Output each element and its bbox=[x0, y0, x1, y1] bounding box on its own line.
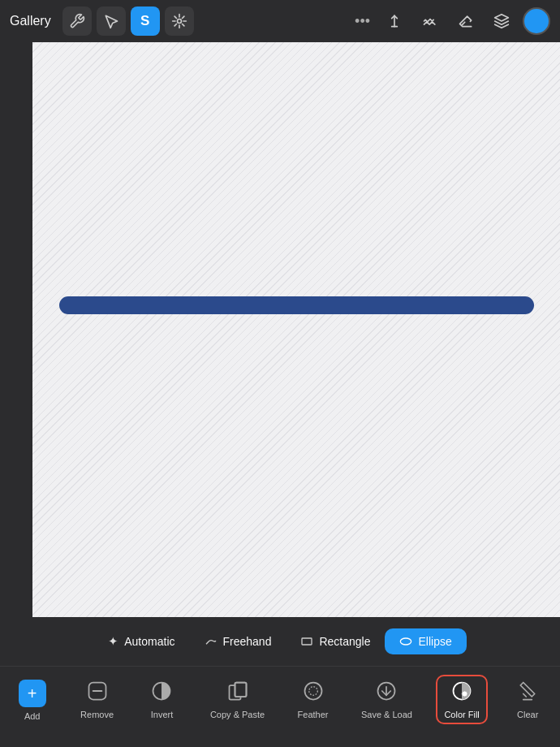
add-icon: + bbox=[19, 680, 46, 707]
feather-svg bbox=[302, 680, 325, 702]
color-fill-button[interactable]: Color Fill bbox=[436, 675, 487, 724]
rectangle-icon bbox=[300, 635, 313, 648]
transform-icon bbox=[171, 13, 187, 29]
canvas-area[interactable] bbox=[32, 42, 560, 617]
invert-button[interactable]: Invert bbox=[137, 675, 186, 724]
toolbar-right: ••• bbox=[351, 6, 550, 36]
cursor-icon bbox=[103, 13, 119, 29]
invert-icon bbox=[150, 680, 173, 706]
copy-paste-button[interactable]: Copy & Paste bbox=[202, 675, 273, 724]
rectangle-sel-button[interactable]: Rectangle bbox=[286, 628, 385, 654]
rectangle-label: Rectangle bbox=[319, 635, 370, 648]
save-load-button[interactable]: Save & Load bbox=[353, 675, 420, 724]
color-fill-label: Color Fill bbox=[444, 710, 479, 719]
clear-icon bbox=[516, 680, 539, 706]
ellipse-icon bbox=[399, 635, 412, 648]
svg-point-18 bbox=[462, 691, 467, 697]
canvas[interactable] bbox=[32, 42, 560, 617]
selection-mode-bar: ✦ Automatic Freehand Rectangle Ellipse bbox=[0, 617, 560, 666]
clear-label: Clear bbox=[517, 710, 538, 719]
cursor-button[interactable] bbox=[97, 6, 126, 36]
svg-rect-5 bbox=[302, 638, 312, 645]
clear-svg bbox=[516, 680, 539, 702]
svg-point-6 bbox=[401, 638, 411, 645]
color-picker[interactable] bbox=[523, 7, 550, 35]
smudge-icon bbox=[422, 13, 438, 29]
color-fill-icon bbox=[450, 680, 473, 706]
pencil-icon bbox=[386, 13, 403, 29]
freehand-sel-button[interactable]: Freehand bbox=[190, 628, 286, 654]
eraser-icon bbox=[458, 13, 474, 29]
left-sidebar bbox=[0, 42, 32, 617]
clear-button[interactable]: Clear bbox=[503, 675, 552, 724]
invert-svg bbox=[150, 680, 173, 702]
save-load-svg bbox=[375, 680, 398, 702]
pencil-button[interactable] bbox=[380, 6, 409, 36]
gallery-button[interactable]: Gallery bbox=[10, 14, 51, 28]
automatic-label: Automatic bbox=[124, 635, 174, 648]
selection-button[interactable]: S bbox=[131, 6, 160, 36]
svg-rect-11 bbox=[235, 683, 246, 697]
remove-svg bbox=[86, 680, 109, 702]
action-bar: + Add Remove Invert bbox=[0, 666, 560, 747]
layers-icon bbox=[493, 13, 510, 29]
freehand-icon bbox=[205, 635, 218, 648]
smudge-button[interactable] bbox=[416, 6, 445, 36]
svg-point-14 bbox=[308, 687, 317, 696]
copy-paste-svg bbox=[226, 680, 249, 702]
color-fill-svg bbox=[450, 680, 473, 702]
copy-paste-icon bbox=[226, 680, 249, 706]
feather-icon bbox=[302, 680, 325, 706]
remove-icon bbox=[86, 680, 109, 706]
remove-button[interactable]: Remove bbox=[72, 675, 122, 724]
canvas-stroke bbox=[59, 296, 534, 314]
svg-point-0 bbox=[177, 19, 181, 24]
ellipse-sel-button[interactable]: Ellipse bbox=[385, 628, 466, 654]
feather-button[interactable]: Feather bbox=[289, 675, 338, 724]
add-button[interactable]: + Add bbox=[8, 675, 57, 726]
save-load-label: Save & Load bbox=[361, 710, 412, 719]
more-button[interactable]: ••• bbox=[351, 13, 373, 30]
copy-paste-label: Copy & Paste bbox=[210, 710, 265, 719]
wrench-icon bbox=[69, 13, 85, 29]
selection-icon: S bbox=[140, 13, 149, 29]
svg-point-13 bbox=[304, 683, 321, 700]
automatic-icon: ✦ bbox=[108, 634, 118, 649]
transform-button[interactable] bbox=[165, 6, 194, 36]
wrench-button[interactable] bbox=[62, 6, 92, 36]
automatic-sel-button[interactable]: ✦ Automatic bbox=[93, 628, 189, 655]
remove-label: Remove bbox=[80, 710, 114, 719]
top-toolbar: Gallery S ••• bbox=[0, 0, 560, 42]
eraser-button[interactable] bbox=[451, 6, 480, 36]
invert-label: Invert bbox=[151, 710, 174, 719]
toolbar-left: Gallery S bbox=[10, 6, 194, 36]
svg-marker-4 bbox=[495, 15, 509, 21]
layers-button[interactable] bbox=[487, 6, 516, 36]
add-label: Add bbox=[24, 711, 41, 721]
save-load-icon bbox=[375, 680, 398, 706]
freehand-label: Freehand bbox=[223, 635, 272, 648]
feather-label: Feather bbox=[298, 710, 329, 719]
ellipse-label: Ellipse bbox=[418, 635, 451, 648]
